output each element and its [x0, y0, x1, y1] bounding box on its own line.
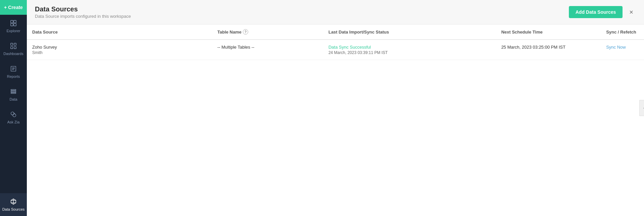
table-row: Zoho Survey Smith -- Multiple Tables -- …: [27, 40, 644, 60]
plus-icon: +: [4, 5, 7, 10]
svg-rect-0: [11, 20, 13, 23]
reports-icon: [10, 65, 17, 72]
create-button[interactable]: + Create: [0, 0, 27, 15]
header-actions: Add Data Sources ×: [569, 6, 636, 18]
status-date: 24 March, 2023 03:39:11 PM IST: [328, 50, 490, 55]
svg-rect-7: [14, 47, 16, 49]
add-data-sources-button[interactable]: Add Data Sources: [569, 6, 623, 18]
collapse-button[interactable]: ‹: [639, 100, 644, 116]
table-header-row: Data Source Table Name ? Last Data Impor…: [27, 24, 644, 40]
sidebar-item-reports-label: Reports: [7, 74, 20, 78]
sidebar-item-ask-zia[interactable]: Ask Zia: [0, 106, 27, 129]
svg-rect-5: [14, 43, 16, 45]
data-sources-table: Data Source Table Name ? Last Data Impor…: [27, 24, 644, 60]
cell-sync: Sync Now: [601, 40, 644, 60]
svg-point-15: [11, 112, 14, 115]
status-text: Data Sync Successful: [328, 45, 490, 50]
page-title: Data Sources: [35, 5, 131, 13]
col-header-schedule: Next Schedule Time: [496, 24, 601, 40]
create-label: Create: [8, 5, 23, 10]
sidebar-item-reports[interactable]: Reports: [0, 60, 27, 83]
sidebar-item-ask-zia-label: Ask Zia: [7, 120, 20, 124]
svg-rect-14: [11, 93, 16, 94]
col-header-datasource: Data Source: [27, 24, 212, 40]
svg-rect-2: [11, 23, 13, 26]
explorer-icon: [10, 19, 17, 27]
sidebar-item-data-label: Data: [9, 97, 17, 101]
sidebar: + Create Explorer Dashboards Reports: [0, 0, 27, 216]
cell-status: Data Sync Successful 24 March, 2023 03:3…: [323, 40, 496, 60]
svg-rect-3: [14, 23, 16, 26]
sidebar-item-dashboards[interactable]: Dashboards: [0, 38, 27, 60]
close-button[interactable]: ×: [627, 7, 636, 17]
svg-rect-4: [11, 43, 13, 45]
dashboards-icon: [10, 42, 17, 50]
sidebar-item-data-sources-label: Data Sources: [2, 207, 25, 211]
svg-rect-13: [11, 91, 16, 92]
sidebar-item-data[interactable]: Data: [0, 83, 27, 106]
main-panel: Data Sources Data Source imports configu…: [27, 0, 644, 216]
page-header: Data Sources Data Source imports configu…: [27, 0, 644, 24]
header-left: Data Sources Data Source imports configu…: [35, 5, 131, 19]
col-header-tablename: Table Name ?: [212, 24, 323, 40]
cell-tablename: -- Multiple Tables --: [212, 40, 323, 60]
cell-datasource: Zoho Survey Smith: [27, 40, 212, 60]
col-header-status: Last Data Import/Sync Status: [323, 24, 496, 40]
col-header-sync: Sync / Refetch: [601, 24, 644, 40]
page-subtitle: Data Source imports configured in this w…: [35, 14, 131, 19]
data-icon: [10, 88, 17, 95]
cell-schedule: 25 March, 2023 03:25:00 PM IST: [496, 40, 601, 60]
sidebar-item-explorer[interactable]: Explorer: [0, 15, 27, 38]
sidebar-item-dashboards-label: Dashboards: [3, 52, 23, 56]
sidebar-item-explorer-label: Explorer: [7, 29, 20, 33]
sync-now-link[interactable]: Sync Now: [606, 45, 626, 50]
sidebar-item-data-sources[interactable]: Data Sources: [0, 193, 27, 216]
datasource-sub: Smith: [32, 50, 207, 55]
datasource-name: Zoho Survey: [32, 45, 207, 50]
schedule-time: 25 March, 2023 03:25:00 PM IST: [501, 45, 566, 50]
data-sources-icon: [10, 198, 17, 205]
data-sources-table-container: Data Source Table Name ? Last Data Impor…: [27, 24, 644, 216]
svg-rect-12: [11, 90, 16, 91]
ask-zia-icon: [10, 111, 17, 118]
svg-rect-6: [11, 47, 13, 49]
table-name-help-icon[interactable]: ?: [243, 29, 248, 35]
tablename-value: -- Multiple Tables --: [217, 45, 254, 50]
svg-rect-1: [14, 20, 16, 23]
